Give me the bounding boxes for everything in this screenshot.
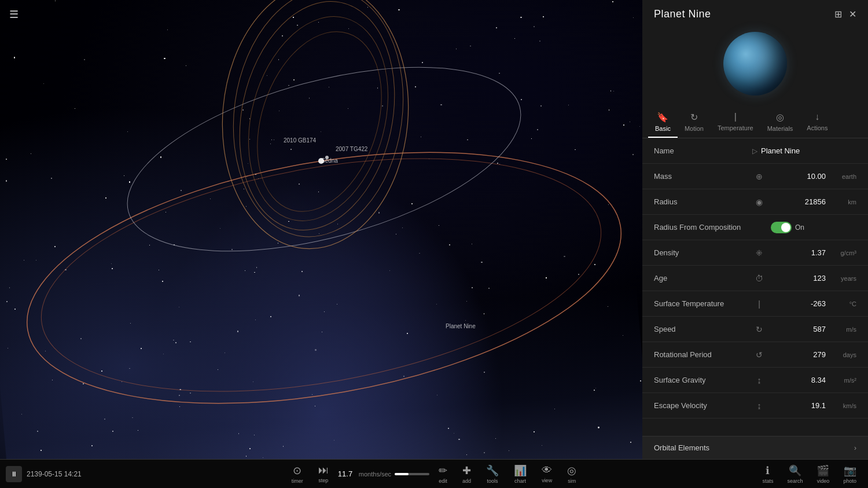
toolbar-edit[interactable]: ✏ edit: [433, 464, 453, 484]
toolbar-right: ℹ stats 🔍 search 🎬 video 📷 photo: [735, 464, 862, 484]
tools-label: tools: [487, 478, 498, 484]
toolbar-stats[interactable]: ℹ stats: [756, 464, 779, 484]
orbital-elements-chevron: ›: [854, 444, 856, 452]
prop-rp-value: 279: [771, 350, 826, 359]
video-label: video: [817, 478, 830, 484]
planet-image: [723, 32, 787, 96]
prop-speed[interactable]: Speed ↻ 587 m/s: [642, 317, 868, 342]
prop-age-label: Age: [654, 274, 752, 282]
prop-surface-gravity[interactable]: Surface Gravity ↨ 8.34 m/s²: [642, 368, 868, 393]
toolbar-sim[interactable]: ◎ sim: [561, 464, 582, 484]
age-icon: ⏱: [752, 274, 766, 283]
orbital-elements-section[interactable]: Orbital Elements ›: [642, 436, 868, 459]
basic-icon: 🔖: [657, 112, 668, 123]
edit-icon: ✏: [439, 464, 447, 477]
prop-mass[interactable]: Mass ⊕ 10.00 earth: [642, 164, 868, 189]
step-label: step: [318, 478, 328, 483]
prop-rfc-label: Radius From Composition: [654, 223, 752, 232]
prop-rp-label: Rotational Period: [654, 350, 752, 359]
prop-name-value: Planet Nine: [761, 146, 856, 155]
speed-value: 11.7: [338, 469, 355, 478]
density-icon: ⁜: [752, 248, 766, 258]
prop-age-value: 123: [771, 274, 826, 282]
radius-icon: ◉: [752, 197, 766, 207]
add-icon: ✚: [462, 464, 471, 477]
svg-point-6: [227, 1, 409, 236]
pin-icon[interactable]: ⊞: [834, 9, 842, 20]
speed-unit: months/sec: [359, 471, 391, 478]
prop-rp-unit: days: [830, 351, 856, 358]
prop-age-unit: years: [830, 275, 856, 282]
speed-slider[interactable]: [395, 473, 429, 475]
toggle-label: On: [795, 223, 804, 232]
toolbar-tools[interactable]: 🔧 tools: [480, 464, 505, 484]
panel-header: Planet Nine ⊞ ✕: [642, 0, 868, 26]
stats-label: stats: [762, 478, 773, 484]
prop-ev-value: 19.1: [771, 401, 826, 410]
prop-radius-unit: km: [830, 199, 856, 206]
photo-icon: 📷: [844, 464, 856, 477]
close-icon[interactable]: ✕: [849, 9, 856, 20]
prop-density-label: Density: [654, 248, 752, 257]
toolbar-view[interactable]: 👁 view: [536, 464, 558, 483]
speed-icon: ↻: [752, 325, 766, 334]
tab-temperature-label: Temperature: [718, 124, 753, 131]
prop-radius-label: Radius: [654, 197, 752, 206]
prop-density[interactable]: Density ⁜ 1.37 g/cm³: [642, 240, 868, 266]
prop-name[interactable]: Name ▷ Planet Nine: [642, 138, 868, 164]
tab-actions[interactable]: ↓ Actions: [800, 107, 834, 138]
toolbar-step[interactable]: ⏭ step: [312, 464, 334, 483]
svg-point-9: [325, 156, 329, 159]
tab-temperature[interactable]: | Temperature: [711, 107, 760, 138]
tab-materials-label: Materials: [767, 125, 793, 132]
step-icon: ⏭: [318, 464, 329, 476]
prop-mass-value: 10.00: [771, 172, 826, 181]
prop-surface-temp[interactable]: Surface Temperature | -263 °C: [642, 291, 868, 317]
orbital-paths: [0, 0, 642, 459]
sim-icon: ◎: [567, 464, 576, 477]
properties-list: Name ▷ Planet Nine Mass ⊕ 10.00 earth Ra…: [642, 138, 868, 436]
toolbar-photo[interactable]: 📷 photo: [837, 464, 862, 484]
toolbar-video[interactable]: 🎬 video: [811, 464, 835, 484]
search-icon: 🔍: [789, 464, 801, 477]
prop-age[interactable]: Age ⏱ 123 years: [642, 266, 868, 291]
prop-radius-composition[interactable]: Radius From Composition On: [642, 215, 868, 240]
tab-materials[interactable]: ◎ Materials: [760, 107, 800, 138]
prop-speed-label: Speed: [654, 325, 752, 333]
toggle-switch[interactable]: [771, 222, 792, 233]
sg-icon: ↨: [752, 376, 766, 385]
panel-title: Planet Nine: [654, 8, 711, 20]
toolbar-chart[interactable]: 📊 chart: [508, 464, 532, 484]
prop-radius[interactable]: Radius ◉ 21856 km: [642, 189, 868, 215]
prop-rot-period[interactable]: Rotational Period ↺ 279 days: [642, 342, 868, 368]
tab-motion-label: Motion: [685, 125, 704, 132]
tools-icon: 🔧: [486, 464, 499, 477]
prop-mass-label: Mass: [654, 172, 752, 181]
prop-sg-label: Surface Gravity: [654, 376, 752, 384]
tab-motion[interactable]: ↻ Motion: [678, 107, 711, 138]
datetime-display: 2139-05-15 14:21: [27, 470, 82, 478]
prop-st-value: -263: [771, 299, 826, 308]
temperature-icon: |: [734, 112, 737, 122]
rfc-toggle[interactable]: On: [771, 222, 804, 233]
toolbar-search[interactable]: 🔍 search: [781, 464, 808, 484]
chart-label: chart: [514, 478, 526, 484]
toolbar-left: ⏸ 2139-05-15 14:21: [6, 466, 133, 482]
edit-label: edit: [439, 478, 447, 484]
timer-label: timer: [292, 478, 303, 484]
svg-point-4: [218, 0, 418, 248]
toolbar-timer[interactable]: ⊙ timer: [286, 464, 309, 484]
menu-button[interactable]: ☰: [9, 8, 19, 21]
prop-name-label: Name: [654, 146, 752, 155]
ev-icon: ↨: [752, 401, 766, 410]
pause-button[interactable]: ⏸: [6, 466, 22, 482]
panel-header-icons: ⊞ ✕: [834, 9, 856, 20]
tab-basic[interactable]: 🔖 Basic: [648, 107, 678, 138]
prop-escape-velocity[interactable]: Escape Velocity ↨ 19.1 km/s: [642, 393, 868, 419]
prop-ev-label: Escape Velocity: [654, 401, 752, 410]
orbital-elements-title: Orbital Elements: [654, 443, 709, 452]
space-viewport[interactable]: ☰ 2010 GB174 2007 TG422 Sedna: [0, 0, 642, 459]
toolbar-add[interactable]: ✚ add: [457, 464, 477, 484]
planet-image-container: [642, 26, 868, 107]
rp-icon: ↺: [752, 350, 766, 359]
